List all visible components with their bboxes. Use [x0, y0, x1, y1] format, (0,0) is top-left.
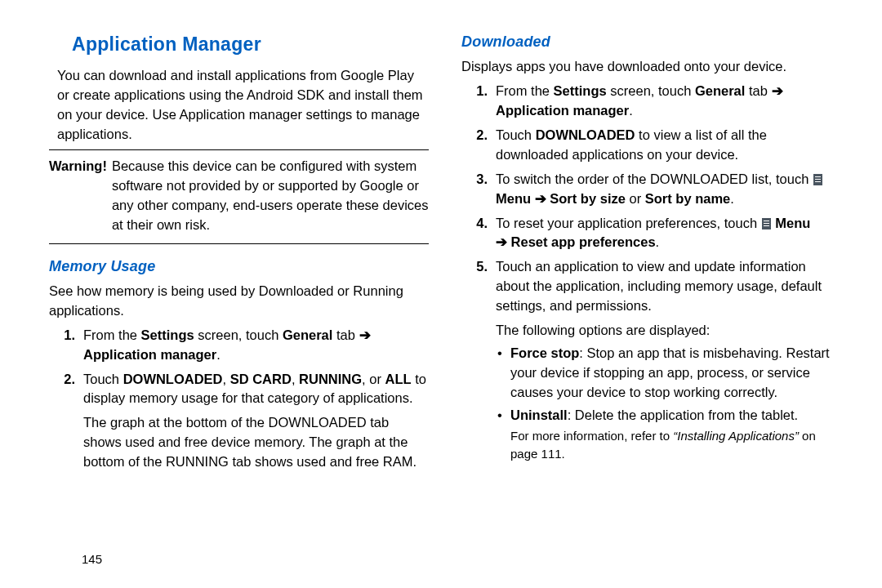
- bold: General: [695, 83, 745, 98]
- step-number: 5.: [461, 257, 496, 316]
- text: .: [656, 234, 660, 249]
- reference-title: “Installing Applications”: [673, 429, 799, 443]
- warning-block: Warning! Because this device can be conf…: [49, 157, 429, 235]
- right-column: Downloaded Displays apps you have downlo…: [461, 31, 841, 572]
- step-number: 3.: [461, 170, 496, 209]
- bold: ALL: [385, 372, 411, 386]
- bullet-label: Force stop: [510, 345, 579, 360]
- text: screen, touch: [194, 327, 283, 342]
- text: tab: [745, 83, 771, 98]
- text: Touch: [83, 372, 123, 386]
- divider: [49, 149, 429, 150]
- bold: Application manager: [83, 347, 216, 362]
- text: From the: [83, 327, 141, 342]
- downloaded-steps: 1. From the Settings screen, touch Gener…: [461, 82, 841, 316]
- text: ,: [223, 372, 230, 386]
- left-column: Application Manager You can download and…: [49, 31, 429, 572]
- bold: Sort by name: [645, 191, 731, 206]
- bullet-label: Uninstall: [510, 408, 568, 422]
- text: To reset your application preferences, t…: [496, 216, 761, 230]
- bold: General: [283, 327, 332, 342]
- arrow-icon: ➔: [772, 83, 783, 98]
- text: To switch the order of the DOWNLOADED li…: [496, 172, 813, 186]
- step: 4. To reset your application preferences…: [461, 214, 841, 253]
- text: For more information, refer to: [510, 429, 673, 443]
- step-body: Touch an application to view and update …: [496, 257, 841, 316]
- bullet-body: Uninstall: Delete the application from t…: [510, 406, 841, 462]
- menu-icon: [762, 218, 771, 229]
- bold: SD CARD: [230, 372, 292, 386]
- memory-intro: See how memory is being used by Download…: [49, 282, 429, 321]
- list-item: • Force stop: Stop an app that is misbeh…: [496, 344, 841, 403]
- downloaded-intro: Displays apps you have downloaded onto y…: [461, 57, 841, 77]
- step-body: To reset your application preferences, t…: [496, 214, 841, 253]
- step-body: From the Settings screen, touch General …: [83, 326, 429, 365]
- text: tab: [332, 327, 359, 342]
- text: Touch: [496, 127, 536, 142]
- text: .: [629, 103, 633, 118]
- subsection-title-downloaded: Downloaded: [461, 31, 841, 52]
- text: ,: [292, 372, 299, 386]
- step: 3. To switch the order of the DOWNLOADED…: [461, 170, 841, 209]
- page-number: 145: [82, 550, 102, 568]
- bold: Menu: [775, 216, 810, 230]
- step-paragraph: The graph at the bottom of the DOWNLOADE…: [83, 413, 429, 472]
- list-item: • Uninstall: Delete the application from…: [496, 406, 841, 462]
- bold: Menu: [496, 191, 531, 206]
- step-number: 1.: [49, 326, 83, 365]
- bold: Application manager: [496, 103, 629, 118]
- text: .: [730, 191, 734, 206]
- text: , or: [362, 372, 385, 386]
- step-number: 1.: [461, 82, 496, 121]
- step: 5. Touch an application to view and upda…: [461, 257, 841, 316]
- step: 2. Touch DOWNLOADED to view a list of al…: [461, 126, 841, 165]
- divider: [49, 243, 429, 244]
- step-number: 4.: [461, 214, 496, 253]
- section-title: Application Manager: [72, 31, 429, 58]
- arrow-icon: ➔: [535, 191, 546, 206]
- step-text: Touch an application to view and update …: [496, 257, 841, 316]
- text: screen, touch: [607, 83, 695, 98]
- arrow-icon: ➔: [359, 327, 371, 342]
- more-info: For more information, refer to “Installi…: [510, 427, 841, 463]
- arrow-icon: ➔: [496, 234, 507, 249]
- step-number: 2.: [49, 370, 83, 473]
- step-body: Touch DOWNLOADED, SD CARD, RUNNING, or A…: [83, 370, 429, 473]
- bold: RUNNING: [299, 372, 362, 386]
- bold: DOWNLOADED: [536, 127, 635, 142]
- bullet-text: : Delete the application from the tablet…: [568, 408, 799, 422]
- bullet-icon: •: [496, 406, 510, 462]
- step: 1. From the Settings screen, touch Gener…: [49, 326, 429, 365]
- step: 2. Touch DOWNLOADED, SD CARD, RUNNING, o…: [49, 370, 429, 473]
- text: .: [216, 347, 220, 362]
- step-body: From the Settings screen, touch General …: [496, 82, 841, 121]
- bullet-icon: •: [496, 344, 510, 403]
- intro-paragraph: You can download and install application…: [49, 66, 429, 145]
- bold: Settings: [141, 327, 194, 342]
- bold: Sort by size: [550, 191, 626, 206]
- step-body: Touch DOWNLOADED to view a list of all t…: [496, 126, 841, 165]
- subsection-title-memory: Memory Usage: [49, 256, 429, 277]
- step-body: To switch the order of the DOWNLOADED li…: [496, 170, 841, 209]
- bold: DOWNLOADED: [123, 372, 223, 386]
- following-options: The following options are displayed:: [461, 321, 841, 341]
- warning-text: Because this device can be configured wi…: [112, 157, 429, 235]
- menu-icon: [813, 174, 822, 185]
- bold: Reset app preferences: [511, 234, 656, 249]
- text: From the: [496, 83, 554, 98]
- bold: Settings: [554, 83, 607, 98]
- text: or: [626, 191, 645, 206]
- options-list: • Force stop: Stop an app that is misbeh…: [461, 344, 841, 462]
- step-number: 2.: [461, 126, 496, 165]
- memory-steps: 1. From the Settings screen, touch Gener…: [49, 326, 429, 472]
- bullet-body: Force stop: Stop an app that is misbehav…: [510, 344, 841, 403]
- warning-label: Warning!: [49, 157, 107, 235]
- step: 1. From the Settings screen, touch Gener…: [461, 82, 841, 121]
